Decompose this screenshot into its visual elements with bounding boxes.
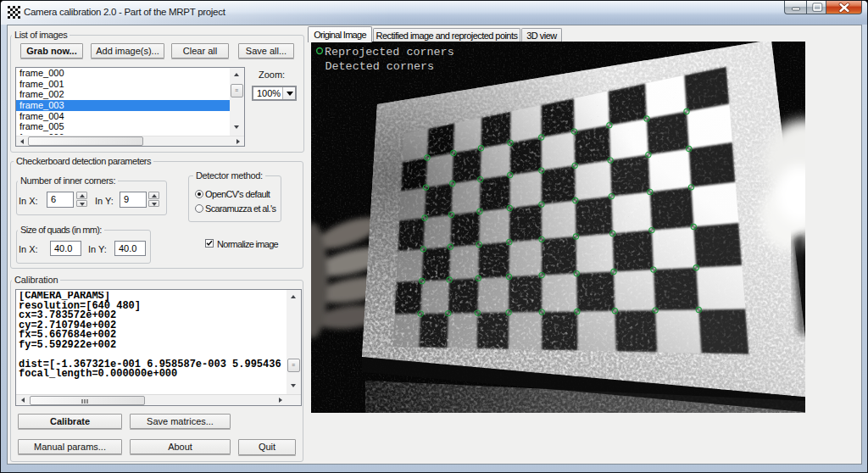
svg-text:Detected corners: Detected corners	[326, 60, 435, 73]
svg-text:Reprojected corners: Reprojected corners	[325, 46, 454, 58]
